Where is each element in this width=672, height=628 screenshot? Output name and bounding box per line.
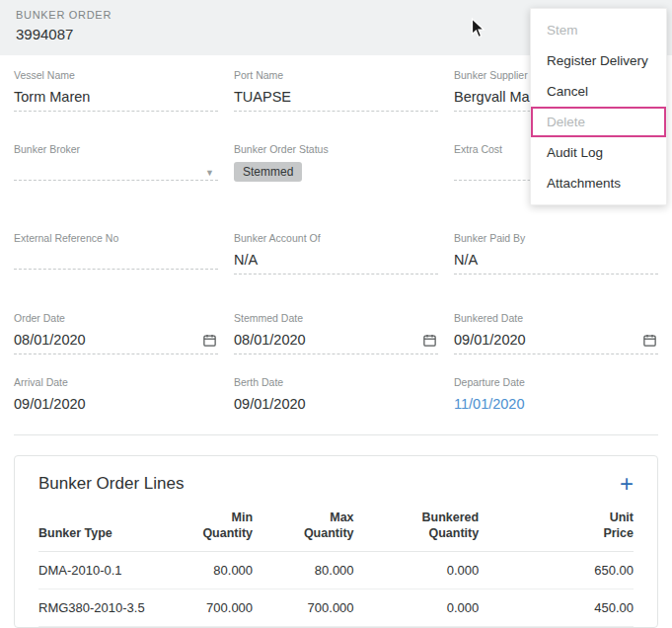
section-divider [14, 434, 658, 435]
field-label: Bunker Order Status [234, 143, 438, 155]
field-label: Departure Date [454, 376, 658, 388]
field-label: Order Date [14, 312, 218, 324]
field-label: Bunkered Date [454, 312, 658, 324]
field-label: Arrival Date [14, 376, 218, 388]
field-stemmed-date: Stemmed Date 08/01/2020 [234, 312, 438, 354]
port-name-input[interactable]: TUAPSE [234, 87, 438, 112]
column-header-min-quantity: Min Quantity [182, 504, 253, 552]
cell-unit-price: 450.00 [479, 589, 634, 627]
field-label: Bunker Broker [14, 143, 218, 155]
table-row[interactable]: RMG380-2010-3.5 700.000 700.000 0.000 45… [38, 589, 634, 627]
menu-item-audit-log[interactable]: Audit Log [531, 137, 666, 168]
card-header: Bunker Order Lines + [38, 474, 634, 494]
vessel-name-input[interactable]: Torm Maren [14, 87, 218, 112]
bunkered-date-input[interactable]: 09/01/2020 [454, 330, 658, 354]
field-arrival-date: Arrival Date 09/01/2020 [14, 376, 218, 419]
menu-item-delete[interactable]: Delete [531, 107, 666, 137]
field-bunker-broker: Bunker Broker ▼ [14, 143, 218, 187]
calendar-icon[interactable] [202, 333, 217, 348]
column-header-unit-price: Unit Price [479, 504, 634, 552]
calendar-icon[interactable] [642, 333, 657, 348]
cell-max-quantity: 700.000 [253, 589, 354, 627]
status-field: Stemmed [234, 161, 438, 187]
field-label: Port Name [234, 69, 438, 81]
bunker-broker-input[interactable] [14, 161, 218, 181]
bunker-account-of-input[interactable]: N/A [234, 250, 438, 275]
cell-unit-price: 650.00 [479, 552, 634, 589]
cell-bunkered-quantity: 0.000 [354, 552, 480, 589]
field-vessel-name: Vessel Name Torm Maren [14, 69, 218, 112]
cell-min-quantity: 700.000 [182, 589, 253, 627]
field-bunkered-date: Bunkered Date 09/01/2020 [454, 312, 658, 354]
external-reference-input[interactable] [14, 250, 218, 270]
menu-item-register-delivery[interactable]: Register Delivery [531, 45, 666, 76]
cell-bunker-type: DMA-2010-0.1 [38, 552, 182, 589]
departure-date-link[interactable]: 11/01/2020 [454, 394, 658, 419]
field-label: Berth Date [234, 376, 438, 388]
field-label: Stemmed Date [234, 312, 438, 324]
field-port-name: Port Name TUAPSE [234, 69, 438, 112]
table-header-row: Bunker Type Min Quantity Max Quantity Bu… [38, 504, 634, 552]
field-label: External Reference No [14, 232, 218, 244]
arrival-date-value: 09/01/2020 [14, 394, 218, 419]
chevron-down-icon[interactable]: ▼ [205, 168, 214, 178]
field-departure-date: Departure Date 11/01/2020 [454, 376, 658, 419]
order-date-input[interactable]: 08/01/2020 [14, 330, 218, 354]
column-header-bunkered-quantity: Bunkered Quantity [354, 504, 480, 552]
field-external-reference-no: External Reference No [14, 232, 218, 275]
field-label: Bunker Account Of [234, 232, 438, 244]
berth-date-value: 09/01/2020 [234, 394, 438, 419]
bunker-paid-by-input[interactable]: N/A [454, 250, 658, 275]
table-row[interactable]: DMA-2010-0.1 80.000 80.000 0.000 650.00 [38, 552, 634, 589]
cell-bunkered-quantity: 0.000 [354, 589, 480, 627]
card-title: Bunker Order Lines [38, 474, 184, 494]
status-badge: Stemmed [234, 162, 302, 182]
field-label: Vessel Name [14, 69, 218, 81]
menu-item-cancel[interactable]: Cancel [531, 76, 666, 107]
column-header-bunker-type: Bunker Type [38, 504, 182, 552]
calendar-icon[interactable] [422, 333, 437, 348]
cell-min-quantity: 80.000 [182, 552, 253, 589]
field-order-date: Order Date 08/01/2020 [14, 312, 218, 354]
menu-item-stem[interactable]: Stem [531, 15, 666, 45]
context-menu: Stem Register Delivery Cancel Delete Aud… [530, 8, 667, 205]
mouse-cursor [471, 18, 485, 42]
bunker-order-lines-card: Bunker Order Lines + Bunker Type Min Qua… [14, 455, 658, 628]
cell-bunker-type: RMG380-2010-3.5 [38, 589, 182, 627]
order-lines-table: Bunker Type Min Quantity Max Quantity Bu… [38, 504, 634, 627]
field-bunker-order-status: Bunker Order Status Stemmed [234, 143, 438, 187]
field-berth-date: Berth Date 09/01/2020 [234, 376, 438, 419]
field-bunker-account-of: Bunker Account Of N/A [234, 232, 438, 275]
cell-max-quantity: 80.000 [253, 552, 354, 589]
field-label: Bunker Paid By [454, 232, 658, 244]
column-header-max-quantity: Max Quantity [253, 504, 354, 552]
add-line-button[interactable]: + [620, 474, 634, 494]
stemmed-date-input[interactable]: 08/01/2020 [234, 330, 438, 354]
menu-item-attachments[interactable]: Attachments [531, 168, 666, 198]
field-bunker-paid-by: Bunker Paid By N/A [454, 232, 658, 275]
